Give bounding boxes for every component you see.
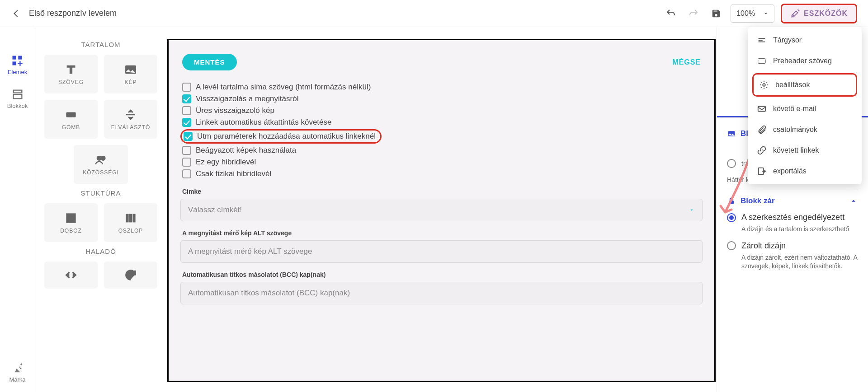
section-advanced: HALADÓ — [35, 247, 166, 255]
label-tag: Címke — [180, 188, 703, 195]
menu-tracked-links[interactable]: követett linkek — [748, 140, 862, 161]
checkbox-icon[interactable] — [182, 158, 191, 167]
tag-select[interactable]: Válassz címkét! — [180, 199, 703, 221]
svg-rect-10 — [126, 214, 128, 222]
radio-editable[interactable]: A szerkesztés engedélyezett — [727, 209, 858, 226]
topbar: Első reszponzív levelem 100% ESZKÖZÖK — [0, 0, 868, 27]
paperclip-icon — [757, 125, 767, 135]
radio-icon[interactable] — [727, 241, 736, 250]
checkbox-icon[interactable] — [182, 83, 191, 92]
radio-icon[interactable] — [727, 159, 736, 168]
link-icon — [757, 145, 767, 155]
element-html[interactable] — [44, 261, 98, 289]
undo-button[interactable] — [663, 5, 679, 22]
check-hybrid[interactable]: Ez egy hibridlevél — [180, 156, 703, 168]
section-lock-head[interactable]: Blokk zár — [727, 190, 858, 209]
page-title: Első reszponzív levelem — [29, 9, 117, 18]
lock-icon — [727, 196, 736, 205]
checkbox-icon[interactable] — [182, 169, 191, 178]
section-structure: STUKTÚRA — [35, 189, 166, 197]
svg-point-8 — [101, 156, 105, 160]
left-sidebar: Elemek Blokkok Márka TARTALOM SZÖVEG KÉP… — [0, 27, 166, 392]
check-empty-confirm-image[interactable]: Üres visszaigazoló kép — [180, 105, 703, 117]
chevron-down-icon — [763, 11, 769, 16]
export-icon — [757, 166, 767, 176]
svg-rect-4 — [13, 94, 22, 98]
element-social[interactable]: KÖZÖSSÉGI — [74, 145, 128, 184]
section-content: TARTALOM — [35, 41, 166, 48]
element-loop[interactable] — [104, 261, 157, 289]
svg-rect-3 — [13, 90, 22, 93]
tab-blocks[interactable]: Blokkok — [7, 88, 28, 109]
svg-rect-0 — [13, 56, 16, 60]
checkbox-icon[interactable] — [184, 132, 193, 141]
zoom-select[interactable]: 100% — [731, 5, 774, 23]
label-alt: A megnyitást mérő kép ALT szövege — [180, 229, 703, 237]
menu-attachments[interactable]: csatolmányok — [748, 119, 862, 140]
svg-rect-15 — [758, 59, 766, 64]
svg-rect-1 — [19, 56, 22, 60]
svg-rect-17 — [758, 107, 766, 112]
label-bcc: Automatikusan titkos másolatot (BCC) kap… — [180, 271, 703, 278]
radio-locked[interactable]: Zárolt dizájn — [727, 238, 858, 254]
checkbox-icon[interactable] — [182, 106, 191, 115]
radio-editable-desc: A dizájn és a tartalom is szerkeszthető — [727, 225, 858, 234]
tab-elements[interactable]: Elemek — [8, 54, 27, 75]
tools-label: ESZKÖZÖK — [804, 9, 848, 18]
menu-followup[interactable]: követő e-mail — [748, 98, 862, 119]
menu-subject[interactable]: Tárgysor — [748, 30, 862, 51]
redo-button[interactable] — [685, 5, 702, 22]
element-text[interactable]: SZÖVEG — [44, 55, 98, 93]
check-plain-text[interactable]: A levél tartalma sima szöveg (html formá… — [180, 81, 703, 93]
menu-export[interactable]: exportálás — [748, 161, 862, 182]
svg-rect-6 — [66, 112, 75, 117]
menu-settings[interactable]: beállítások — [752, 73, 857, 97]
svg-rect-9 — [67, 214, 75, 222]
back-button[interactable] — [11, 8, 22, 19]
element-button[interactable]: GOMB — [44, 100, 98, 139]
save-icon-button[interactable] — [708, 5, 724, 22]
check-utm-params[interactable]: Utm paraméterek hozzáadása automatikus l… — [180, 129, 382, 144]
left-panel: TARTALOM SZÖVEG KÉP GOMB ELVÁLASZTÓ — [35, 27, 166, 392]
element-image[interactable]: KÉP — [104, 55, 157, 93]
checkbox-icon[interactable] — [182, 118, 191, 127]
svg-rect-12 — [133, 214, 135, 222]
element-box[interactable]: DOBOZ — [44, 203, 98, 242]
left-tabs: Elemek Blokkok Márka — [0, 27, 35, 392]
check-embedded-images[interactable]: Beágyazott képek használata — [180, 145, 703, 156]
cancel-button[interactable]: MÉGSE — [672, 58, 701, 66]
svg-rect-11 — [130, 214, 132, 222]
check-auto-click-tracking[interactable]: Linkek automatikus átkattintás követése — [180, 117, 703, 128]
radio-locked-desc: A dizájn zárolt, ezért nem változtatható… — [727, 253, 858, 271]
check-physical-hybrid[interactable]: Csak fizikai hibridlevél — [180, 168, 703, 180]
menu-preheader[interactable]: Preheader szöveg — [748, 51, 862, 71]
alt-input[interactable]: A megnyitást mérő kép ALT szövege — [180, 240, 703, 263]
chevron-up-icon — [849, 196, 858, 205]
checkbox-icon[interactable] — [182, 94, 191, 103]
svg-rect-2 — [13, 61, 16, 65]
svg-point-16 — [763, 84, 765, 86]
save-button[interactable]: MENTÉS — [182, 54, 237, 70]
tools-menu: Tárgysor Preheader szöveg beállítások kö… — [748, 27, 862, 184]
zoom-value: 100% — [736, 9, 755, 18]
tools-button[interactable]: ESZKÖZÖK — [781, 4, 857, 23]
svg-rect-14 — [729, 201, 734, 204]
radio-icon[interactable] — [727, 213, 736, 222]
gear-icon — [759, 80, 769, 90]
settings-dialog: MENTÉS MÉGSE A levél tartalma sima szöve… — [167, 39, 716, 382]
check-open-confirm[interactable]: Visszaigazolás a megnyitásról — [180, 93, 703, 105]
element-column[interactable]: OSZLOP — [104, 203, 157, 242]
tab-brand[interactable]: Márka — [9, 362, 25, 383]
checkbox-icon[interactable] — [182, 146, 191, 155]
element-divider[interactable]: ELVÁLASZTÓ — [104, 100, 157, 139]
chevron-down-icon — [689, 207, 695, 213]
bcc-input[interactable]: Automatikusan titkos másolatot (BCC) kap… — [180, 282, 703, 304]
